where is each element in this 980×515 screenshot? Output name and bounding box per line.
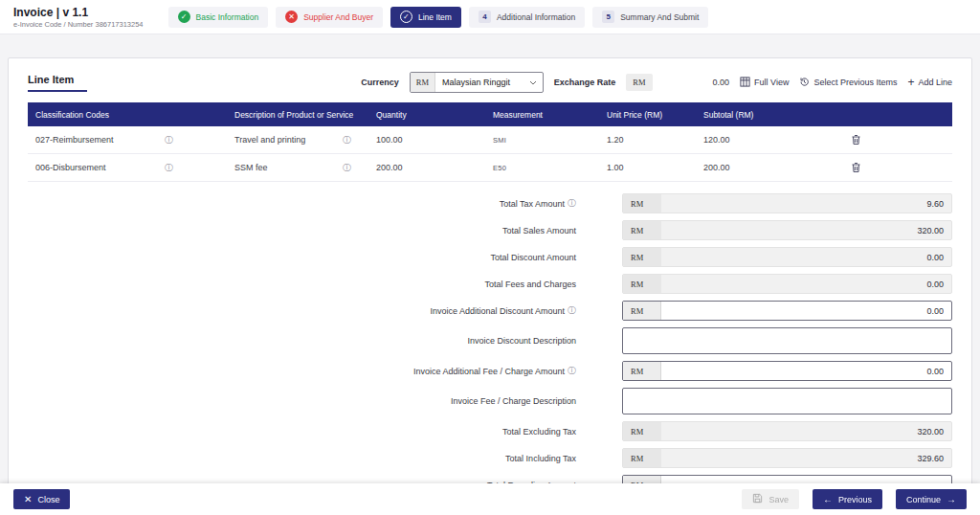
step-label: Supplier And Buyer [303, 12, 373, 22]
col-description: Description of Product or Service [227, 110, 368, 120]
quantity-value: 200.00 [368, 163, 485, 172]
currency-prefix: RM [623, 362, 661, 380]
invoice-additional-fee-charge-amount-input[interactable] [661, 362, 951, 380]
invoice-discount-description-input[interactable] [622, 327, 952, 354]
step-label: Additional Information [497, 12, 575, 22]
description-value: SSM fee [234, 163, 268, 172]
line-item-card: Line Item Currency RM Malaysian Ringgit … [8, 57, 972, 515]
close-x-icon: ✕ [24, 495, 32, 504]
table-row: 006-Disbursement ⓘ SSM fee ⓘ 200.00 E50 … [28, 154, 952, 182]
currency-prefix-badge: RM [411, 73, 435, 92]
exchange-rate-amount: 0.00 [713, 78, 730, 87]
step-line-item[interactable]: ✓ Line Item [390, 7, 461, 28]
delete-line-button[interactable] [851, 134, 861, 146]
previous-button[interactable]: ← Previous [813, 489, 882, 509]
section-title: Line Item [28, 74, 87, 92]
total-discount-amount-field: RM 0.00 [622, 247, 952, 267]
step-label: Line Item [418, 12, 452, 22]
invoice-code-number: e-Invoice Code / Number 386717313254 [13, 20, 144, 29]
currency-prefix: RM [623, 302, 661, 320]
classification-value: 027-Reimbursement [35, 135, 114, 145]
wizard-stepper: ✓ Basic Information ✕ Supplier And Buyer… [168, 7, 709, 28]
currency-selected-value: Malaysian Ringgit [435, 78, 529, 87]
page-title: Invoice | v 1.1 [13, 6, 144, 19]
total-including-tax-field: RM 329.60 [622, 448, 952, 468]
step-additional-information[interactable]: 4 Additional Information [469, 7, 585, 28]
select-previous-items-button[interactable]: Select Previous Items [799, 77, 897, 89]
check-icon: ✓ [400, 11, 412, 23]
col-measurement: Measurement [485, 110, 599, 120]
unit-price-value: 1.20 [599, 135, 696, 145]
currency-prefix: RM [623, 449, 661, 467]
invoice-additional-discount-amount-field: RM [622, 301, 952, 321]
currency-prefix: RM [623, 248, 661, 266]
save-button[interactable]: Save [742, 489, 799, 509]
line-items-table: Classification Codes Description of Prod… [28, 102, 952, 182]
currency-select[interactable]: RM Malaysian Ringgit [410, 72, 544, 93]
info-icon[interactable]: ⓘ [343, 136, 351, 145]
total-tax-amount-field: RM 9.60 [622, 193, 952, 213]
add-line-button[interactable]: + Add Line [907, 77, 952, 88]
close-button[interactable]: ✕ Close [13, 489, 70, 509]
quantity-value: 100.00 [368, 135, 485, 145]
col-quantity: Quantity [368, 110, 485, 120]
info-icon[interactable]: ⓘ [568, 198, 576, 208]
arrow-left-icon: ← [823, 495, 833, 504]
info-icon[interactable]: ⓘ [568, 366, 576, 375]
subtotal-value: 200.00 [696, 163, 832, 172]
error-x-icon: ✕ [285, 11, 298, 23]
subtotal-value: 120.00 [696, 135, 832, 145]
info-icon[interactable]: ⓘ [165, 164, 173, 172]
continue-button[interactable]: Continue → [896, 489, 967, 509]
measurement-value: SMI [485, 136, 599, 145]
check-icon: ✓ [178, 11, 190, 23]
history-icon [799, 77, 810, 89]
col-classification-codes: Classification Codes [28, 110, 227, 120]
description-value: Travel and printing [234, 135, 305, 145]
info-icon[interactable]: ⓘ [568, 305, 576, 315]
currency-prefix: RM [623, 422, 661, 440]
plus-icon: + [907, 77, 914, 88]
total-excluding-tax-field: RM 320.00 [622, 421, 952, 441]
unit-price-value: 1.00 [599, 163, 696, 172]
step-number: 5 [602, 11, 614, 23]
info-icon[interactable]: ⓘ [165, 136, 173, 145]
invoice-title-block: Invoice | v 1.1 e-Invoice Code / Number … [13, 6, 144, 29]
step-number: 4 [479, 11, 491, 23]
invoice-fee-charge-description-input[interactable] [622, 388, 952, 414]
chevron-down-icon [529, 80, 543, 85]
currency-prefix: RM [623, 194, 661, 213]
step-summary-and-submit[interactable]: 5 Summary And Submit [592, 7, 708, 28]
currency-label: Currency [361, 78, 399, 87]
top-bar: Invoice | v 1.1 e-Invoice Code / Number … [0, 0, 980, 34]
col-unit-price: Unit Price (RM) [599, 110, 696, 120]
totals-section: Total Tax Amountⓘ RM 9.60 Total Sales Am… [9, 182, 971, 495]
footer-bar: ✕ Close Save ← Previous Continue → [0, 483, 980, 515]
info-icon[interactable]: ⓘ [343, 164, 351, 172]
step-supplier-and-buyer[interactable]: ✕ Supplier And Buyer [276, 7, 383, 28]
total-fees-and-charges-field: RM 0.00 [622, 274, 952, 294]
currency-prefix: RM [623, 221, 661, 239]
exchange-rate-label: Exchange Rate [554, 78, 616, 87]
measurement-value: E50 [485, 164, 599, 172]
save-floppy-icon [752, 493, 763, 505]
invoice-additional-fee-charge-amount-field: RM [622, 361, 952, 381]
table-row: 027-Reimbursement ⓘ Travel and printing … [28, 126, 952, 154]
table-header-row: Classification Codes Description of Prod… [28, 102, 952, 126]
currency-prefix: RM [623, 275, 661, 293]
step-label: Summary And Submit [620, 12, 699, 22]
step-basic-information[interactable]: ✓ Basic Information [168, 7, 269, 28]
invoice-additional-discount-amount-input[interactable] [661, 302, 951, 320]
classification-value: 006-Disbursement [35, 163, 106, 172]
total-sales-amount-field: RM 320.00 [622, 220, 952, 240]
arrow-right-icon: → [947, 495, 956, 504]
grid-icon [740, 77, 750, 89]
delete-line-button[interactable] [851, 162, 861, 173]
step-label: Basic Information [196, 12, 259, 22]
exchange-rate-field: RM [626, 74, 652, 91]
full-view-button[interactable]: Full View [740, 77, 789, 89]
col-subtotal: Subtotal (RM) [696, 110, 832, 120]
